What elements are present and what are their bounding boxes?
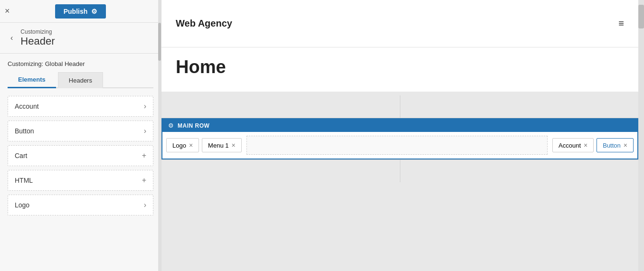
chip-button-close[interactable]: × — [624, 141, 627, 149]
list-item-html[interactable]: HTML + — [8, 170, 153, 191]
tabs-row: Elements Headers — [8, 72, 153, 88]
right-panel: Web Agency ≡ Home ⚙ MAIN ROW — [161, 0, 644, 271]
chevron-right-icon: › — [144, 201, 146, 209]
header-nav: ‹ Customizing Header — [0, 23, 161, 54]
list-item-logo[interactable]: Logo › — [8, 195, 153, 215]
main-row-header: ⚙ MAIN ROW — [162, 119, 637, 132]
chip-menu1-label: Menu 1 — [208, 142, 228, 149]
hamburger-icon: ≡ — [618, 18, 624, 29]
list-item-button[interactable]: Button › — [8, 121, 153, 141]
main-row-wrapper: ⚙ MAIN ROW Logo × Menu 1 × — [161, 118, 638, 159]
builder-cell — [161, 95, 400, 118]
close-button[interactable]: × — [5, 6, 10, 16]
main-row-gear-icon: ⚙ — [168, 122, 174, 129]
builder-cell — [400, 95, 639, 118]
publish-button[interactable]: Publish ⚙ — [55, 4, 106, 19]
left-panel: × Publish ⚙ ‹ Customizing Header Customi… — [0, 0, 161, 271]
global-header-label: Customizing: Global Header — [0, 54, 161, 67]
builder-bottom-row — [161, 159, 638, 182]
element-label-button: Button — [15, 127, 34, 135]
tab-headers[interactable]: Headers — [58, 72, 103, 88]
gear-icon: ⚙ — [91, 8, 97, 15]
list-item-cart[interactable]: Cart + — [8, 145, 153, 166]
header-builder: ⚙ MAIN ROW Logo × Menu 1 × — [161, 95, 638, 182]
chip-account[interactable]: Account × — [552, 138, 594, 152]
chevron-right-icon: › — [144, 102, 146, 111]
builder-cell — [400, 160, 639, 182]
publish-label: Publish — [64, 8, 88, 15]
header-title: Header — [20, 35, 55, 47]
plus-icon: + — [142, 151, 146, 160]
chip-logo-label: Logo — [172, 142, 186, 149]
home-title: Home — [176, 57, 226, 77]
chip-logo[interactable]: Logo × — [166, 138, 199, 152]
scrollbar-thumb — [158, 23, 161, 61]
header-nav-text: Customizing Header — [20, 28, 55, 47]
home-section: Home — [161, 47, 638, 92]
chip-button[interactable]: Button × — [597, 138, 634, 152]
preview-container: Web Agency ≡ Home ⚙ MAIN ROW — [161, 0, 638, 271]
plus-icon: + — [142, 176, 146, 185]
left-scrollbar[interactable] — [158, 0, 161, 271]
list-item-account[interactable]: Account › — [8, 96, 153, 117]
top-bar: × Publish ⚙ — [0, 0, 161, 23]
tab-elements[interactable]: Elements — [8, 72, 56, 88]
chip-account-label: Account — [559, 142, 581, 149]
right-scrollbar[interactable] — [638, 0, 644, 271]
chip-account-close[interactable]: × — [584, 141, 587, 149]
chip-logo-close[interactable]: × — [189, 141, 193, 149]
element-label-cart: Cart — [15, 152, 27, 159]
customizing-label: Customizing — [20, 28, 55, 35]
back-button[interactable]: ‹ — [8, 33, 16, 43]
element-label-html: HTML — [15, 177, 33, 184]
elements-list: Account › Button › Cart + HTML + Logo › — [0, 88, 161, 271]
chip-button-label: Button — [603, 142, 621, 149]
main-row-label: MAIN ROW — [178, 122, 209, 129]
main-row-content: Logo × Menu 1 × Account × B — [162, 132, 637, 159]
scrollbar-thumb — [638, 5, 644, 28]
spacer-cell — [246, 136, 548, 155]
site-header-preview: Web Agency ≡ — [161, 0, 638, 47]
element-label-account: Account — [15, 103, 39, 110]
chevron-right-icon: › — [144, 127, 146, 135]
site-logo: Web Agency — [176, 18, 232, 29]
builder-cell — [161, 160, 400, 182]
element-label-logo: Logo — [15, 201, 29, 209]
chip-menu1[interactable]: Menu 1 × — [202, 138, 242, 152]
builder-top-row — [161, 95, 638, 118]
chip-menu1-close[interactable]: × — [231, 141, 235, 149]
